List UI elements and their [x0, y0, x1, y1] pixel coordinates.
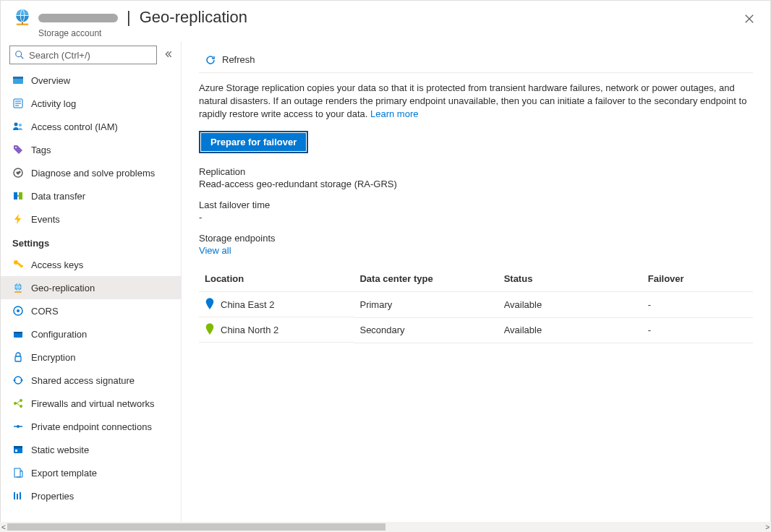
- sidebar-item-label: Data transfer: [31, 191, 85, 202]
- sidebar-item-encryption[interactable]: Encryption: [1, 346, 181, 369]
- storage-endpoints-field: Storage endpoints View all: [199, 233, 753, 256]
- blade-header: | Geo-replication Storage account: [1, 1, 770, 41]
- cell-location: China North 2: [221, 325, 278, 335]
- sidebar-item-private-endpoint[interactable]: Private endpoint connections: [1, 415, 181, 438]
- toolbar: Refresh: [199, 47, 753, 73]
- search-box[interactable]: [9, 46, 157, 64]
- svg-rect-10: [19, 192, 22, 200]
- sidebar-item-static-website[interactable]: Static website: [1, 438, 181, 461]
- sidebar-item-label: Activity log: [31, 98, 76, 109]
- sidebar-item-tags[interactable]: Tags: [1, 138, 181, 161]
- page-subtitle: Storage account: [38, 28, 247, 38]
- svg-point-21: [20, 399, 22, 402]
- col-status: Status: [504, 273, 533, 284]
- last-failover-value: -: [199, 212, 753, 223]
- close-button[interactable]: [741, 9, 757, 30]
- lock-icon: [12, 351, 24, 363]
- replication-label: Replication: [199, 166, 753, 177]
- sidebar-item-access-control[interactable]: Access control (IAM): [1, 115, 181, 138]
- sidebar-item-activity-log[interactable]: Activity log: [1, 92, 181, 115]
- svg-rect-26: [15, 450, 17, 452]
- sidebar-item-events[interactable]: Events: [1, 207, 181, 231]
- svg-point-14: [17, 309, 20, 312]
- sidebar-item-label: Firewalls and virtual networks: [31, 398, 155, 409]
- svg-rect-9: [14, 192, 17, 200]
- cell-status: Available: [504, 299, 542, 310]
- refresh-label: Refresh: [222, 54, 255, 65]
- sidebar-item-label: Overview: [31, 75, 70, 86]
- scroll-left-arrow-icon[interactable]: <: [1, 523, 6, 531]
- sidebar-item-label: Shared access signature: [31, 375, 135, 386]
- scrollbar-track[interactable]: [7, 523, 764, 531]
- cors-icon: [12, 305, 24, 317]
- table-row: China East 2PrimaryAvailable-: [199, 292, 753, 318]
- sidebar-item-label: Static website: [31, 445, 89, 455]
- sidebar-item-properties[interactable]: Properties: [1, 484, 181, 507]
- prepare-for-failover-button[interactable]: Prepare for failover: [199, 131, 308, 153]
- overview-icon: [12, 74, 24, 86]
- endpoints-table: Location Data center type Status Failove…: [199, 266, 753, 343]
- svg-rect-17: [15, 356, 21, 361]
- sidebar-item-export-template[interactable]: Export template: [1, 461, 181, 484]
- account-name-redacted: [38, 14, 118, 22]
- table-header-row: Location Data center type Status Failove…: [199, 266, 753, 292]
- refresh-button[interactable]: Refresh: [199, 51, 261, 69]
- configuration-icon: [12, 328, 24, 340]
- sidebar-item-label: Configuration: [31, 329, 87, 340]
- tags-icon: [12, 144, 24, 155]
- sidebar-item-diagnose[interactable]: Diagnose and solve problems: [1, 161, 181, 184]
- svg-point-7: [15, 147, 17, 148]
- sidebar-item-label: Private endpoint connections: [31, 421, 152, 432]
- learn-more-link[interactable]: Learn more: [370, 108, 418, 119]
- search-input[interactable]: [25, 49, 152, 61]
- sidebar-item-label: Access control (IAM): [31, 121, 118, 132]
- svg-point-5: [14, 123, 18, 126]
- svg-point-22: [20, 405, 22, 408]
- scroll-right-arrow-icon[interactable]: >: [765, 523, 770, 531]
- sidebar-item-sas[interactable]: Shared access signature: [1, 369, 181, 392]
- sidebar-item-label: Access keys: [31, 259, 83, 270]
- svg-point-6: [19, 124, 22, 126]
- collapse-sidebar-button[interactable]: [161, 50, 175, 61]
- sidebar-item-label: Export template: [31, 468, 97, 479]
- sidebar-nav: Overview Activity log Access control (IA…: [1, 69, 181, 531]
- sidebar-item-access-keys[interactable]: Access keys: [1, 253, 181, 276]
- sidebar-item-data-transfer[interactable]: Data transfer: [1, 184, 181, 207]
- scrollbar-thumb[interactable]: [7, 523, 386, 531]
- activity-log-icon: [12, 98, 24, 109]
- sidebar-item-label: Tags: [31, 145, 51, 155]
- key-icon: [12, 259, 24, 270]
- firewall-icon: [12, 398, 24, 409]
- sidebar-item-configuration[interactable]: Configuration: [1, 322, 181, 346]
- col-location: Location: [205, 273, 244, 284]
- events-icon: [12, 213, 24, 225]
- sidebar-item-label: Encryption: [31, 352, 75, 363]
- cell-failover: -: [648, 299, 651, 310]
- sidebar-item-geo-replication[interactable]: Geo-replication: [1, 276, 181, 299]
- svg-point-1: [16, 51, 22, 57]
- horizontal-scrollbar[interactable]: < >: [0, 522, 771, 532]
- svg-point-18: [14, 379, 16, 382]
- cell-location: China East 2: [221, 299, 274, 310]
- svg-point-23: [17, 425, 20, 428]
- sidebar-item-overview[interactable]: Overview: [1, 69, 181, 92]
- storage-globe-icon: [12, 8, 33, 28]
- svg-rect-16: [14, 332, 22, 333]
- col-dctype: Data center type: [359, 273, 433, 284]
- static-website-icon: [12, 444, 24, 455]
- sidebar-item-firewalls[interactable]: Firewalls and virtual networks: [1, 392, 181, 415]
- intro-text: Azure Storage replication copies your da…: [199, 82, 746, 119]
- svg-rect-27: [14, 468, 20, 477]
- sidebar-item-label: Events: [31, 214, 60, 225]
- sidebar: Overview Activity log Access control (IA…: [1, 41, 182, 531]
- location-pin-icon: [205, 298, 215, 311]
- svg-point-11: [14, 260, 18, 265]
- view-all-link[interactable]: View all: [199, 245, 753, 256]
- svg-point-19: [21, 379, 23, 382]
- sidebar-item-cors[interactable]: CORS: [1, 299, 181, 322]
- sidebar-item-label: CORS: [31, 306, 59, 317]
- export-template-icon: [12, 467, 24, 479]
- search-icon: [14, 50, 25, 60]
- refresh-icon: [205, 54, 216, 66]
- storage-endpoints-label: Storage endpoints: [199, 233, 753, 244]
